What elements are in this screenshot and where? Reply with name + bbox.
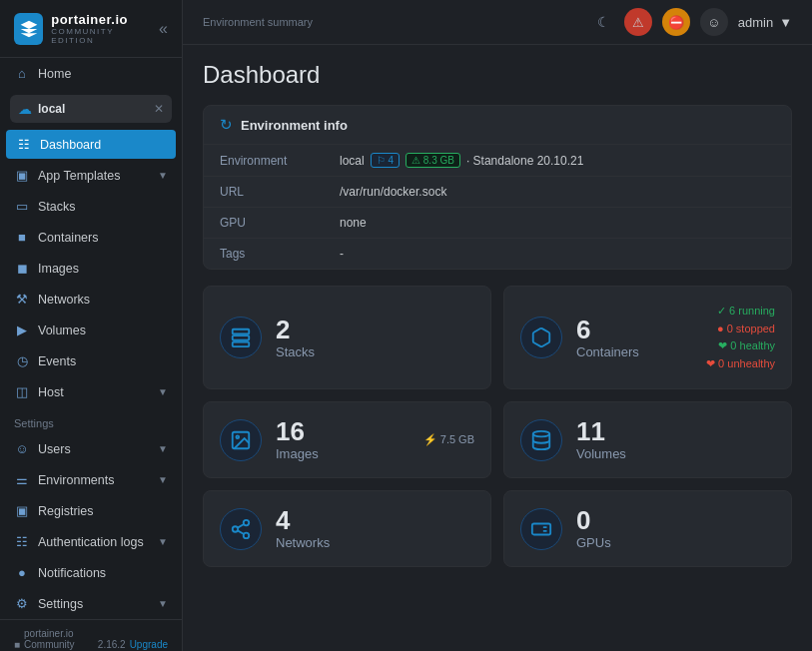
refresh-icon: ↻ [220,116,233,134]
stat-card-images[interactable]: 16 Images ⚡ 7.5 GB [203,401,491,478]
images-meta: ⚡ 7.5 GB [423,431,474,449]
running-count: ✓ 6 running [706,303,775,321]
sidebar-item-app-templates[interactable]: ▣ App Templates ▼ [0,160,182,191]
sidebar-item-events[interactable]: ◷ Events [0,345,182,376]
env-info-row-tags: Tags - [204,239,791,269]
host-label: Host [38,385,64,399]
networks-label: Networks [276,535,474,550]
sidebar-item-settings[interactable]: ⚙ Settings ▼ [0,588,182,619]
sidebar-item-registries[interactable]: ▣ Registries [0,495,182,526]
breadcrumb: Environment summary [203,16,313,28]
stat-card-networks[interactable]: 4 Networks [203,490,491,567]
env-info-row-environment: Environment local ⚐ 4 ⚠ 8.3 GB · Standal… [204,145,791,177]
database-icon: ▶ [14,323,30,337]
url-label: URL [220,185,340,199]
volumes-content: 11 Volumes [576,418,775,461]
settings-icon: ⚙ [14,596,30,611]
networks-label: Networks [38,293,90,307]
env-info-row-url: URL /var/run/docker.sock [204,177,791,208]
stacks-number: 2 [276,317,474,342]
images-label: Images [276,446,409,461]
sidebar-logo: portainer.io COMMUNITY EDITION « [0,0,182,58]
sidebar-item-environments[interactable]: ⚌ Environments ▼ [0,464,182,495]
logo-main: portainer.io [51,12,151,27]
alert-icon-button[interactable]: ⚠ [624,8,652,36]
settings-section-label: Settings [0,407,182,433]
env-info-header: ↻ Environment info [204,106,791,145]
gpus-label: GPUs [576,535,775,550]
warning-icon-button[interactable]: ⛔ [662,8,690,36]
sidebar-item-stacks[interactable]: ▭ Stacks [0,191,182,222]
svg-point-5 [533,431,550,437]
footer-edition: portainer.io Community Edition [24,628,94,651]
tags-value: - [340,247,344,261]
logo-sub: COMMUNITY EDITION [51,27,151,45]
dashboard-label: Dashboard [40,138,101,152]
upgrade-link[interactable]: Upgrade [130,639,168,650]
logo-text: portainer.io COMMUNITY EDITION [51,12,151,45]
svg-point-4 [236,435,239,438]
stacks-label: Stacks [38,200,76,214]
chevron-settings-icon: ▼ [158,598,168,609]
networks-number: 4 [276,507,474,533]
stat-card-containers[interactable]: 6 Containers ✓ 6 running ● 0 stopped ❤ 0… [503,286,792,389]
footer-logo: ■ [14,639,20,650]
stacks-content: 2 Stacks [276,317,474,359]
env-label: Environment [220,154,340,168]
registries-label: Registries [38,504,94,518]
username-label: admin [738,15,773,30]
topbar: Environment summary ☾ ⚠ ⛔ ☺ admin ▼ [183,0,812,45]
app-templates-label: App Templates [38,169,120,183]
file-text-icon: ☷ [14,534,30,549]
env-value: local ⚐ 4 ⚠ 8.3 GB · Standalone 20.10.21 [340,153,583,168]
containers-label: Containers [576,344,692,359]
sidebar-item-volumes[interactable]: ▶ Volumes [0,315,182,345]
env-close-button[interactable]: ✕ [154,102,164,116]
stat-card-stacks[interactable]: 2 Stacks [203,286,491,389]
logo-icon [14,13,43,45]
env-info-table: Environment local ⚐ 4 ⚠ 8.3 GB · Standal… [204,145,791,269]
env-name-value: local [340,154,365,168]
sidebar-item-users[interactable]: ☺ Users ▼ [0,433,182,464]
sidebar-item-containers[interactable]: ■ Containers [0,222,182,253]
page-title: Dashboard [203,61,792,89]
registries-icon: ▣ [14,503,30,518]
svg-point-8 [244,533,250,539]
gpus-content: 0 GPUs [576,507,775,550]
server-icon: ◫ [14,384,30,399]
gpus-icon [520,508,562,550]
footer-version: 2.16.2 [98,639,126,650]
standalone-tag: · Standalone 20.10.21 [466,154,583,168]
tags-label: Tags [220,247,340,261]
volumes-number: 11 [576,418,775,444]
chevron-users-icon: ▼ [158,443,168,454]
sidebar-item-networks[interactable]: ⚒ Networks [0,284,182,315]
gpu-label: GPU [220,216,340,230]
events-label: Events [38,354,76,368]
containers-meta: ✓ 6 running ● 0 stopped ❤ 0 healthy ❤ 0 … [706,303,775,372]
image-icon: ◼ [14,261,30,276]
user-menu[interactable]: admin ▼ [738,15,792,30]
env-info-row-gpu: GPU none [204,208,791,239]
sidebar-item-host[interactable]: ◫ Host ▼ [0,376,182,407]
copy-icon: ▣ [14,168,30,183]
sidebar-item-notifications[interactable]: ● Notifications [0,557,182,588]
user-icon: ☺ [14,441,30,456]
collapse-button[interactable]: « [159,20,168,38]
sidebar-item-home[interactable]: ⌂ Home [0,58,182,89]
sidebar-item-dashboard[interactable]: ☷ Dashboard [6,130,176,159]
sidebar-item-auth-logs[interactable]: ☷ Authentication logs ▼ [0,526,182,557]
containers-icon [520,317,562,358]
sidebar-footer: ■ portainer.io Community Edition 2.16.2 … [0,619,182,651]
notifications-label: Notifications [38,566,106,580]
environments-label: Environments [38,473,114,487]
env-icon: ☁ [18,101,32,117]
auth-logs-label: Authentication logs [38,535,144,549]
volumes-label: Volumes [38,324,86,337]
chevron-env-icon: ▼ [158,474,168,485]
sidebar-item-images[interactable]: ◼ Images [0,253,182,284]
stopped-count: ● 0 stopped [706,321,775,338]
dark-mode-icon[interactable]: ☾ [597,14,610,30]
stat-card-volumes[interactable]: 11 Volumes [503,401,792,478]
stat-card-gpus[interactable]: 0 GPUs [503,490,792,567]
